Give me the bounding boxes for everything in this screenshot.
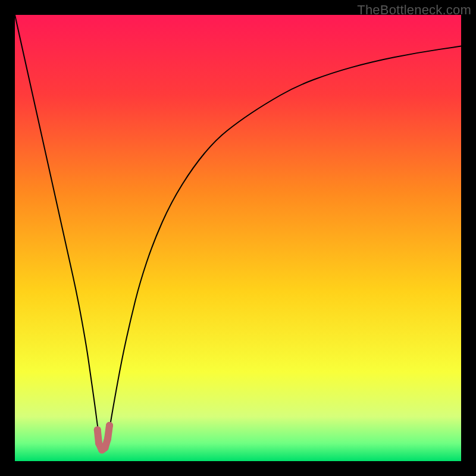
chart-svg	[15, 15, 461, 461]
plot-area	[15, 15, 461, 461]
watermark-text: TheBottleneck.com	[357, 2, 471, 18]
minimum-dot	[102, 444, 109, 452]
minimum-dot	[104, 436, 111, 443]
gradient-background	[15, 15, 461, 461]
chart-frame: TheBottleneck.com	[0, 0, 476, 476]
minimum-dot	[94, 427, 101, 434]
minimum-dot	[106, 422, 113, 429]
minimum-dot	[95, 440, 102, 447]
